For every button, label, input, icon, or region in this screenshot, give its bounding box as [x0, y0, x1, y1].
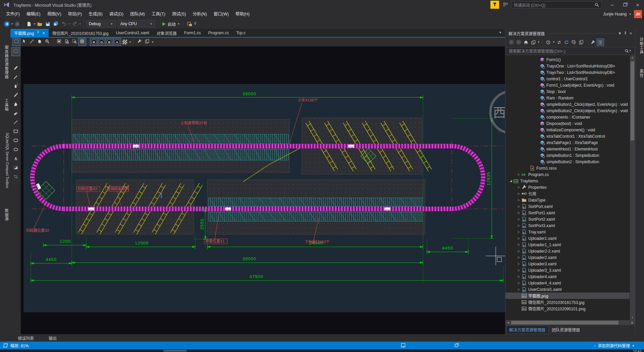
copy-properties-icon[interactable] [578, 39, 585, 46]
menu-生成[interactable]: 生成(B) [85, 9, 106, 19]
menu-文件[interactable]: 文件(F) [3, 9, 23, 19]
expand-arrow-icon[interactable]: ▷ [516, 262, 522, 265]
tree-item-SortPort2.xaml[interactable]: ▷SortPort2.xaml [505, 216, 630, 222]
tab-UserControl1.xaml[interactable]: UserControl1.xaml [112, 29, 153, 37]
source-control-label[interactable]: 添加到源代码管理 [598, 343, 630, 348]
expand-arrow-icon[interactable]: ▷ [516, 199, 522, 202]
feedback-icon[interactable] [502, 1, 508, 8]
magic-wand-icon[interactable] [28, 38, 36, 46]
tool-tab-输出[interactable]: 输出 [49, 335, 57, 341]
user-dropdown-icon[interactable]: ▼ [629, 13, 632, 16]
expand-arrow-icon[interactable]: ▷ [516, 243, 522, 246]
tree-item-微信图片_20201102090101.png[interactable]: 微信图片_20201102090101.png [505, 305, 630, 312]
tree-item-Form1_Load(object, EventArgs) : void[interactable]: Form1_Load(object, EventArgs) : void [505, 82, 630, 88]
redo-button[interactable] [71, 20, 79, 28]
solution-search-input[interactable]: 搜索解决方案资源管理器(Ctrl+;) ▼ [506, 47, 635, 55]
sidebar-tab-SQLite/SQL Server Compact Toolbox[interactable]: SQLite/SQL Server Compact Toolbox [1, 119, 9, 202]
zoom-doc-icon[interactable] [63, 38, 70, 46]
tree-item-elementHost1 : ElementHost[interactable]: elementHost1 : ElementHost [505, 146, 630, 152]
rect-select-icon[interactable] [13, 38, 20, 46]
tree-item-components : IContainer[interactable]: components : IContainer [505, 114, 630, 120]
navigate-back-button[interactable] [3, 20, 11, 28]
expand-arrow-icon[interactable]: ▷ [516, 288, 522, 291]
tab-平面图.png[interactable]: 平面图.png× [10, 29, 49, 37]
expand-arrow-icon[interactable]: ▷ [516, 281, 522, 284]
toolbar-overflow-icon[interactable]: ▼ [194, 22, 197, 26]
show-all-files-icon[interactable] [597, 39, 604, 46]
image-canvas[interactable]: 3900012835255512001200024000445039000445… [21, 46, 505, 334]
notifications-flag-icon[interactable] [490, 1, 499, 9]
menu-分析[interactable]: 分析(N) [189, 9, 210, 19]
tree-item-DataType[interactable]: ▷DataType [505, 197, 630, 203]
tree-item-Program.cs[interactable]: ▷C#Program.cs [505, 171, 630, 178]
new-file-button[interactable] [25, 20, 33, 28]
tree-item-InitializeComponent() : void[interactable]: InitializeComponent() : void [505, 127, 630, 133]
panel-tab-团队资源管理器[interactable]: 团队资源管理器 [549, 326, 583, 334]
switch-view-dropdown-icon[interactable]: ▼ [537, 41, 540, 44]
tool-tab-错误列表[interactable]: 错误列表 [18, 335, 34, 341]
sidebar-tab-工具箱[interactable]: 工具箱 [1, 94, 9, 116]
source-control-expand-icon[interactable]: ▲ [632, 344, 635, 347]
tree-item-SortPort.xaml[interactable]: ▷SortPort.xaml [505, 203, 630, 210]
tree-item-Stop : bool[interactable]: Stop : bool [505, 88, 630, 95]
expand-arrow-icon[interactable]: ▷ [516, 192, 522, 195]
new-file-dropdown-icon[interactable]: ▼ [33, 23, 36, 26]
pending-filter-dropdown-icon[interactable]: ▼ [552, 41, 555, 44]
menu-项目[interactable]: 项目(P) [64, 9, 85, 19]
signed-in-user[interactable]: Junjie Huang [603, 12, 627, 16]
transparency-dropdown-icon[interactable]: ▼ [129, 41, 131, 44]
close-button[interactable]: × [631, 0, 644, 9]
menu-团队[interactable]: 团队(M) [127, 9, 148, 19]
tab-Tcp.c[interactable]: Tcp.c [232, 29, 249, 37]
expand-arrow-icon[interactable]: ▷ [516, 256, 522, 259]
text-tool[interactable]: A [12, 155, 20, 163]
tree-item-Uploader1.xaml[interactable]: ▷Uploader1.xaml [505, 235, 630, 241]
undo-button[interactable] [60, 20, 68, 28]
gradient-tool[interactable] [12, 164, 20, 172]
minimize-button[interactable]: ─ [606, 0, 619, 9]
tree-item-UserControl1.xaml[interactable]: ▷UserControl1.xaml [505, 286, 630, 293]
channel-g-toggle[interactable]: G [98, 38, 105, 46]
crop-tool[interactable] [12, 173, 20, 181]
ellipse-tool[interactable] [12, 146, 20, 154]
redo-dropdown-icon[interactable]: ▼ [79, 23, 82, 26]
tree-item-Uploader4_4.xaml[interactable]: ▷Uploader4_4.xaml [505, 280, 630, 286]
document-list-dropdown-icon[interactable]: ▼ [499, 31, 502, 34]
tree-item-Tray.xaml[interactable]: ▷Tray.xaml [505, 229, 630, 235]
scroll-left-icon[interactable]: ◀ [505, 321, 511, 324]
sidebar-tab-数据源[interactable]: 数据源 [1, 205, 9, 225]
tree-item-引用[interactable]: ▷引用 [505, 190, 630, 197]
line-tool[interactable] [12, 119, 20, 127]
tree-item-Form1.resx[interactable]: Form1.resx [505, 165, 630, 171]
solution-platform-combo[interactable]: Any CPU▼ [118, 20, 155, 28]
tree-item-xtraTabControl1 : XtraTabControl[interactable]: xtraTabControl1 : XtraTabControl [505, 133, 630, 139]
quick-launch-input[interactable]: 快速启动 (Ctrl+Q) [511, 1, 602, 8]
menu-测试[interactable]: 测试(S) [169, 9, 190, 19]
rectangle-tool[interactable] [12, 128, 20, 136]
tree-horizontal-scrollbar[interactable]: ◀ ▶ [505, 320, 635, 325]
menu-帮助[interactable]: 帮助(H) [232, 9, 253, 19]
tree-item-Uploader2.xaml[interactable]: ▷Uploader2.xaml [505, 254, 630, 261]
tree-item-Form1()[interactable]: Form1() [505, 56, 630, 63]
expand-arrow-icon[interactable]: ▷ [516, 211, 522, 214]
tree-vertical-scrollbar[interactable]: ▲ ▼ [630, 55, 635, 320]
properties-icon[interactable] [590, 39, 596, 46]
tree-item-simpleButton2_Click(object, EventArgs) : void[interactable]: simpleButton2_Click(object, EventArgs) :… [505, 107, 630, 114]
expand-arrow-icon[interactable]: ▷ [516, 269, 522, 272]
tree-item-xtraTabPage1 : XtraTabPage[interactable]: xtraTabPage1 : XtraTabPage [505, 139, 630, 146]
sidebar-tab-诊断工具[interactable]: 诊断工具 [636, 30, 644, 61]
expand-arrow-icon[interactable]: ◢ [508, 179, 514, 182]
back-dropdown-icon[interactable]: ▼ [11, 23, 13, 26]
tab-Program.cs[interactable]: Program.cs [205, 29, 232, 37]
menu-视图[interactable]: 视图(V) [44, 9, 65, 19]
menu-窗口[interactable]: 窗口(W) [210, 9, 232, 19]
tree-item-SortPort3.xaml[interactable]: ▷SortPort3.xaml [505, 222, 630, 229]
rounded-rectangle-tool[interactable] [12, 137, 20, 145]
save-all-button[interactable] [52, 20, 60, 28]
expand-arrow-icon[interactable]: ▷ [516, 230, 522, 233]
expand-arrow-icon[interactable]: ▷ [516, 218, 522, 221]
zoom-icon[interactable] [44, 38, 51, 46]
sync-with-active-icon[interactable] [556, 39, 562, 46]
pending-filter-icon[interactable] [545, 39, 552, 46]
save-button[interactable] [44, 20, 52, 28]
